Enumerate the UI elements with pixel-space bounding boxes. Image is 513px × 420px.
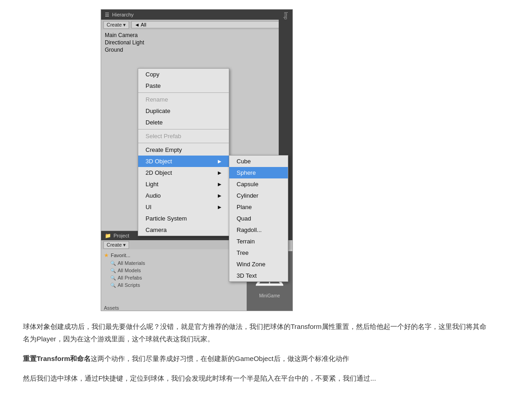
- ctx-2d-object[interactable]: 2D Object ▶: [138, 167, 229, 178]
- search-icon-scripts: 🔍: [110, 283, 116, 288]
- content-para2: 重置Transform和命名这两个动作，我们尽量养成好习惯，在创建新的GameO…: [23, 352, 490, 365]
- sidebar-favorites[interactable]: ★ Favorit...: [104, 251, 149, 259]
- hierarchy-title: Hierarchy: [112, 12, 134, 17]
- sub-capsule[interactable]: Capsule: [229, 178, 288, 190]
- hierarchy-list: Main Camera Directional Light Ground: [101, 30, 292, 55]
- sub-wind-zone[interactable]: Wind Zone: [229, 258, 288, 270]
- hierarchy-item-directional-light[interactable]: Directional Light: [105, 39, 289, 46]
- ctx-copy[interactable]: Copy: [138, 69, 229, 80]
- content-para2-bold: 重置Transform和命名: [23, 355, 91, 362]
- ctx-rename: Rename: [138, 94, 229, 105]
- search-icon-materials: 🔍: [110, 261, 116, 266]
- sub-sphere[interactable]: Sphere: [229, 167, 288, 178]
- context-menu: Copy Paste Rename Duplicate Delete Selec…: [138, 68, 229, 236]
- content-para1: 球体对象创建成功后，我们最先要做什么呢？没错，就是官方推荐的做法，我们把球体的T…: [23, 320, 490, 345]
- ctx-sep-1: [138, 92, 229, 93]
- ctx-create-empty[interactable]: Create Empty: [138, 144, 229, 156]
- ctx-light-arrow: ▶: [218, 182, 221, 187]
- ctx-ui[interactable]: UI ▶: [138, 201, 229, 213]
- ctx-2d-arrow: ▶: [218, 170, 221, 175]
- star-icon: ★: [104, 252, 109, 258]
- ctx-audio[interactable]: Audio ▶: [138, 190, 229, 201]
- mini-game-label: MiniGame: [259, 293, 280, 298]
- ctx-delete[interactable]: Delete: [138, 117, 229, 128]
- ctx-paste[interactable]: Paste: [138, 80, 229, 92]
- sub-ragdoll[interactable]: Ragdoll...: [229, 224, 288, 236]
- ctx-camera[interactable]: Camera: [138, 224, 229, 236]
- ctx-sep-2: [138, 129, 229, 129]
- submenu-3d: Cube Sphere Capsule Cylinder Plane: [229, 155, 288, 282]
- search-icon-prefabs: 🔍: [110, 275, 116, 280]
- ctx-ui-arrow: ▶: [218, 205, 221, 210]
- sub-cylinder[interactable]: Cylinder: [229, 190, 288, 201]
- sidebar-all-scripts[interactable]: 🔍 All Scripts: [104, 281, 149, 289]
- ctx-sep-3: [138, 143, 229, 143]
- sub-quad[interactable]: Quad: [229, 213, 288, 224]
- sub-terrain[interactable]: Terrain: [229, 236, 288, 247]
- ctx-3d-object-arrow: ▶: [218, 159, 221, 164]
- ctx-duplicate[interactable]: Duplicate: [138, 105, 229, 117]
- project-sidebar: ★ Favorit... 🔍 All Materials 🔍 All Model…: [101, 249, 151, 311]
- assets-label: Assets: [101, 304, 122, 312]
- sub-plane[interactable]: Plane: [229, 201, 288, 213]
- hierarchy-header: ☰ Hierarchy ● In: [101, 10, 292, 20]
- hierarchy-toolbar: Create ▾: [101, 20, 292, 30]
- sub-3d-text[interactable]: 3D Text: [229, 270, 288, 281]
- ctx-audio-arrow: ▶: [218, 193, 221, 198]
- sub-tree[interactable]: Tree: [229, 247, 288, 258]
- content-para3: 然后我们选中球体，通过F快捷键，定位到球体，我们会发现此时球有一个半是陷入在平台…: [23, 372, 490, 384]
- unity-panel: ☰ Hierarchy ● In Create ▾ Main Camera Di…: [101, 9, 293, 311]
- sidebar-all-prefabs[interactable]: 🔍 All Prefabs: [104, 274, 149, 281]
- search-icon-models: 🔍: [110, 268, 116, 273]
- hierarchy-item-main-camera[interactable]: Main Camera: [105, 32, 289, 39]
- project-create-button[interactable]: Create ▾: [103, 241, 129, 249]
- favorites-label: Favorit...: [111, 253, 130, 258]
- sub-cube[interactable]: Cube: [229, 156, 288, 167]
- sidebar-all-materials[interactable]: 🔍 All Materials: [104, 259, 149, 267]
- screenshot-area: ☰ Hierarchy ● In Create ▾ Main Camera Di…: [0, 0, 513, 410]
- ctx-select-prefab: Select Prefab: [138, 130, 229, 142]
- content-area: 球体对象创建成功后，我们最先要做什么呢？没错，就是官方推荐的做法，我们把球体的T…: [9, 311, 504, 401]
- hierarchy-search-input[interactable]: [131, 21, 290, 28]
- sidebar-all-models[interactable]: 🔍 All Models: [104, 267, 149, 274]
- ctx-light[interactable]: Light ▶: [138, 178, 229, 190]
- hierarchy-item-ground[interactable]: Ground: [105, 46, 289, 54]
- project-title: Project: [113, 233, 129, 238]
- ctx-3d-object[interactable]: 3D Object ▶ Cube Sphere Capsule Cylinder: [138, 156, 229, 167]
- ctx-particle-system[interactable]: Particle System: [138, 213, 229, 224]
- info-text: Imp: [283, 12, 288, 20]
- hierarchy-create-button[interactable]: Create ▾: [103, 21, 129, 29]
- content-para2-rest: 这两个动作，我们尽量养成好习惯，在创建新的GameObject后，做这两个标准化…: [91, 355, 349, 362]
